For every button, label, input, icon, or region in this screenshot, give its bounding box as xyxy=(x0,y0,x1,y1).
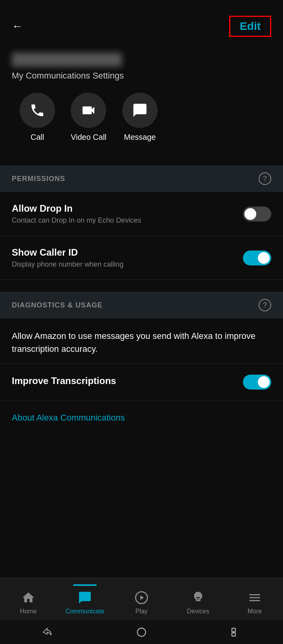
video-call-action[interactable]: Video Call xyxy=(71,93,107,142)
home-icon xyxy=(21,591,35,605)
improve-transcriptions-toggle[interactable] xyxy=(243,375,271,390)
play-icon xyxy=(134,591,149,605)
diagnostics-description: Allow Amazon to use messages you send wi… xyxy=(0,318,283,364)
devices-icon xyxy=(191,591,205,605)
header: ← Edit Edit xyxy=(0,0,283,45)
play-active-bar xyxy=(130,584,153,586)
recents-system-button[interactable] xyxy=(229,625,243,639)
video-icon xyxy=(81,102,96,118)
message-action[interactable]: Message xyxy=(122,93,158,142)
allow-drop-in-title: Allow Drop In xyxy=(12,203,235,214)
nav-label-play: Play xyxy=(135,608,147,615)
nav-item-communicate[interactable]: Communicate xyxy=(65,584,105,615)
diagnostics-help-icon[interactable]: ? xyxy=(259,299,271,311)
improve-transcriptions-title: Improve Transcriptions xyxy=(12,375,235,386)
allow-drop-in-desc: Contact can Drop In on my Echo Devices xyxy=(12,216,235,225)
nav-label-communicate: Communicate xyxy=(66,608,105,615)
nav-item-more[interactable]: More xyxy=(235,584,274,615)
allow-drop-in-toggle[interactable] xyxy=(243,207,271,221)
nav-label-more: More xyxy=(248,608,262,615)
message-button[interactable] xyxy=(122,93,158,128)
call-button[interactable] xyxy=(20,93,55,128)
phone-icon xyxy=(29,102,45,118)
permissions-section-header: PERMISSIONS ? xyxy=(0,165,283,192)
toggle-knob-2 xyxy=(258,252,270,264)
communicate-active-bar xyxy=(73,584,97,586)
toggle-knob-3 xyxy=(258,376,270,388)
show-caller-id-toggle[interactable] xyxy=(243,251,271,265)
action-icons: Call Video Call Message xyxy=(12,93,271,142)
nav-item-devices[interactable]: Devices xyxy=(178,584,218,615)
back-system-button[interactable] xyxy=(40,625,54,639)
profile-name-blurred xyxy=(12,53,122,67)
communicate-icon xyxy=(78,591,92,605)
nav-item-home[interactable]: Home xyxy=(9,584,48,615)
nav-item-play[interactable]: Play xyxy=(122,584,161,615)
call-action[interactable]: Call xyxy=(20,93,55,142)
home-system-button[interactable] xyxy=(134,625,149,639)
back-system-icon xyxy=(41,626,53,638)
bottom-navigation: Home Communicate Play Devices More xyxy=(0,578,283,620)
message-label: Message xyxy=(124,133,156,142)
show-caller-id-row: Show Caller ID Display phone number when… xyxy=(0,236,283,280)
video-call-label: Video Call xyxy=(71,133,107,142)
svg-rect-3 xyxy=(232,628,235,632)
diagnostics-title: DIAGNOSTICS & USAGE xyxy=(12,301,103,309)
show-caller-id-info: Show Caller ID Display phone number when… xyxy=(12,247,243,269)
allow-drop-in-info: Allow Drop In Contact can Drop In on my … xyxy=(12,203,243,225)
edit-btn-wrapper: Edit Edit xyxy=(229,16,271,37)
svg-point-2 xyxy=(138,628,146,637)
improve-transcriptions-info: Improve Transcriptions xyxy=(12,375,243,389)
show-caller-id-desc: Display phone number when calling xyxy=(12,260,235,269)
nav-label-home: Home xyxy=(20,608,37,615)
toggle-knob xyxy=(244,208,256,220)
permissions-title: PERMISSIONS xyxy=(12,175,65,183)
system-bar xyxy=(0,620,283,644)
svg-rect-4 xyxy=(232,633,235,636)
home-system-icon xyxy=(136,627,147,638)
svg-marker-1 xyxy=(140,595,144,600)
video-call-button[interactable] xyxy=(71,93,106,128)
more-icon xyxy=(248,591,262,605)
profile-section: My Communications Settings Call Video Ca… xyxy=(0,45,283,154)
back-button[interactable]: ← xyxy=(12,20,23,33)
nav-label-devices: Devices xyxy=(187,608,209,615)
diagnostics-section-header: DIAGNOSTICS & USAGE ? xyxy=(0,292,283,318)
allow-drop-in-row: Allow Drop In Contact can Drop In on my … xyxy=(0,192,283,236)
home-active-bar xyxy=(17,584,40,586)
devices-active-bar xyxy=(186,584,210,586)
about-alexa-link[interactable]: About Alexa Communications xyxy=(0,401,283,435)
recents-system-icon xyxy=(230,626,242,638)
improve-transcriptions-row: Improve Transcriptions xyxy=(0,364,283,401)
show-caller-id-title: Show Caller ID xyxy=(12,247,235,258)
call-label: Call xyxy=(31,133,44,142)
edit-button[interactable]: Edit xyxy=(229,16,271,37)
permissions-help-icon[interactable]: ? xyxy=(259,172,271,185)
profile-subtitle: My Communications Settings xyxy=(12,71,271,81)
more-active-bar xyxy=(243,584,266,586)
message-icon xyxy=(132,102,148,118)
